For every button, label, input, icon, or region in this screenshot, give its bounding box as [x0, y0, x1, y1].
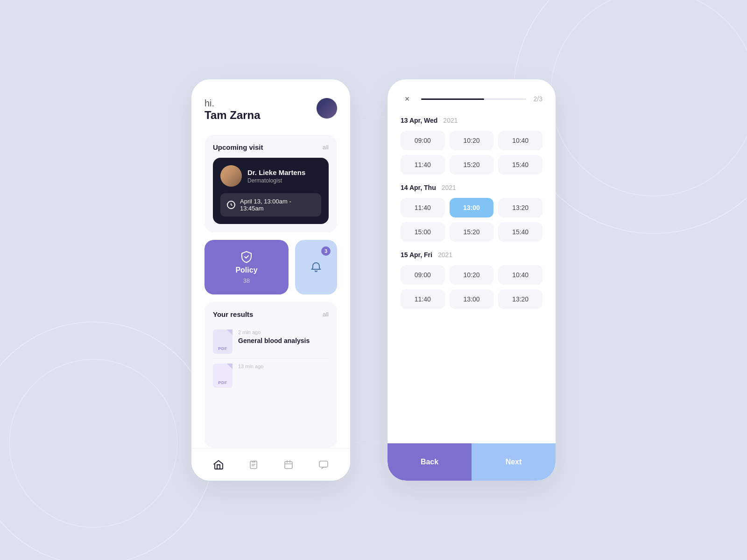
- results-title: Your results: [213, 310, 253, 318]
- result-time-2: 13 min ago: [238, 364, 329, 369]
- doctor-details: Dr. Lieke Martens Dermatologist: [247, 168, 305, 184]
- shield-icon: [240, 250, 253, 263]
- page-indicator: 2/3: [534, 95, 543, 103]
- date-section-1: 13 Apr, Wed 2021 09:00 10:20 10:40 11:40…: [401, 117, 543, 175]
- time-slot-1520-apr14[interactable]: 15:20: [450, 222, 494, 242]
- time-slot-1320-apr15[interactable]: 13:20: [498, 289, 543, 309]
- greeting: hi. Tam Zarna: [204, 98, 261, 122]
- avatar[interactable]: [317, 98, 337, 119]
- date-label-3: 15 Apr, Fri 2021: [401, 251, 543, 259]
- date-section-2: 14 Apr, Thu 2021 11:40 13:00 13:20 15:00…: [401, 184, 543, 242]
- results-section: Your results all PDF 2 min ago General b…: [204, 302, 337, 448]
- upcoming-visit-title: Upcoming visit: [213, 143, 263, 151]
- pdf-icon-1: PDF: [213, 329, 233, 354]
- topbar: × 2/3: [401, 92, 543, 105]
- home-icon: [213, 459, 224, 470]
- clock-icon: [227, 201, 235, 209]
- date-day-3: 15 Apr, Fri: [401, 251, 432, 259]
- nav-home[interactable]: [212, 458, 225, 471]
- nav-calendar[interactable]: [282, 458, 295, 471]
- bottom-nav: [191, 448, 350, 481]
- policy-label: Policy: [235, 266, 257, 274]
- buttons-row: Policy 38 3: [204, 240, 337, 294]
- action-buttons: Back Next: [388, 443, 556, 481]
- date-year-1: 2021: [443, 117, 458, 124]
- avatar-image: [317, 98, 337, 119]
- time-slot-1540-apr13[interactable]: 15:40: [498, 155, 543, 175]
- pdf-label-2: PDF: [218, 380, 227, 385]
- date-year-3: 2021: [438, 251, 452, 259]
- svg-rect-10: [285, 462, 292, 469]
- time-slot-1040-apr15[interactable]: 10:40: [498, 265, 543, 285]
- time-slot-1020-apr15[interactable]: 10:20: [450, 265, 494, 285]
- progress-bar: [421, 98, 526, 100]
- result-info-1: 2 min ago General blood analysis: [238, 329, 329, 345]
- bell-icon: [309, 260, 323, 274]
- greeting-name: Tam Zarna: [204, 109, 261, 122]
- back-button[interactable]: Back: [388, 443, 472, 481]
- pdf-label-1: PDF: [218, 346, 227, 351]
- clipboard-icon: [248, 460, 259, 470]
- pdf-shape-2: PDF: [213, 364, 233, 388]
- appointment-time: April 13, 13:00am - 13:45am: [220, 193, 321, 217]
- time-slot-1040-apr13[interactable]: 10:40: [498, 131, 543, 150]
- results-all[interactable]: all: [323, 311, 329, 318]
- pdf-icon-2: PDF: [213, 364, 233, 388]
- notification-badge: 3: [321, 246, 331, 256]
- next-button[interactable]: Next: [472, 443, 556, 481]
- notification-button[interactable]: 3: [295, 240, 337, 294]
- right-phone: × 2/3 13 Apr, Wed 2021 09:00 10:20 10:40…: [388, 79, 556, 481]
- phones-container: hi. Tam Zarna Upcoming visit all: [191, 79, 556, 481]
- time-slot-1140-apr15[interactable]: 11:40: [401, 289, 445, 309]
- results-header: Your results all: [213, 310, 329, 318]
- pdf-shape-1: PDF: [213, 329, 233, 354]
- appointment-text: April 13, 13:00am - 13:45am: [240, 198, 315, 212]
- policy-button[interactable]: Policy 38: [204, 240, 289, 294]
- doctor-name: Dr. Lieke Martens: [247, 168, 305, 176]
- time-slot-1140-apr13[interactable]: 11:40: [401, 155, 445, 175]
- time-slot-1300-apr14-selected[interactable]: 13:00: [450, 198, 494, 217]
- policy-count: 38: [243, 277, 250, 284]
- svg-point-1: [551, 0, 747, 196]
- upcoming-visit-section: Upcoming visit all Dr. Lieke Martens Der…: [204, 135, 337, 232]
- result-item-1[interactable]: PDF 2 min ago General blood analysis: [213, 325, 329, 359]
- time-slot-0900-apr15[interactable]: 09:00: [401, 265, 445, 285]
- doctor-avatar: [220, 165, 242, 187]
- result-time-1: 2 min ago: [238, 329, 329, 335]
- date-day-2: 14 Apr, Thu: [401, 184, 436, 191]
- time-slot-1300-apr15[interactable]: 13:00: [450, 289, 494, 309]
- doctor-card[interactable]: Dr. Lieke Martens Dermatologist April 13…: [213, 158, 329, 224]
- time-slot-1500-apr14[interactable]: 15:00: [401, 222, 445, 242]
- upcoming-visit-all[interactable]: all: [323, 144, 329, 151]
- time-slot-1320-apr14[interactable]: 13:20: [498, 198, 543, 217]
- date-label-2: 14 Apr, Thu 2021: [401, 184, 543, 191]
- svg-rect-14: [319, 461, 328, 467]
- date-section-3: 15 Apr, Fri 2021 09:00 10:20 10:40 11:40…: [401, 251, 543, 309]
- result-info-2: 13 min ago: [238, 364, 329, 371]
- date-year-2: 2021: [442, 184, 456, 191]
- time-slot-1540-apr14[interactable]: 15:40: [498, 222, 543, 242]
- time-slot-1140-apr14[interactable]: 11:40: [401, 198, 445, 217]
- doctor-info: Dr. Lieke Martens Dermatologist: [220, 165, 321, 187]
- date-label-1: 13 Apr, Wed 2021: [401, 117, 543, 124]
- doctor-specialty: Dermatologist: [247, 177, 305, 184]
- greeting-hi: hi.: [204, 98, 261, 109]
- time-grid-1: 09:00 10:20 10:40 11:40 15:20 15:40: [401, 131, 543, 175]
- time-grid-3: 09:00 10:20 10:40 11:40 13:00 13:20: [401, 265, 543, 309]
- header: hi. Tam Zarna: [204, 98, 337, 122]
- progress-bar-fill: [421, 98, 484, 100]
- nav-clipboard[interactable]: [247, 458, 260, 471]
- svg-point-2: [0, 322, 215, 560]
- nav-chat[interactable]: [317, 458, 330, 471]
- calendar-icon: [283, 460, 294, 470]
- result-name-1: General blood analysis: [238, 336, 329, 345]
- result-item-2[interactable]: PDF 13 min ago: [213, 359, 329, 392]
- svg-line-6: [231, 205, 232, 205]
- doctor-avatar-image: [220, 165, 242, 187]
- time-slot-1520-apr13[interactable]: 15:20: [450, 155, 494, 175]
- time-grid-2: 11:40 13:00 13:20 15:00 15:20 15:40: [401, 198, 543, 242]
- time-slot-1020-apr13[interactable]: 10:20: [450, 131, 494, 150]
- right-phone-content: × 2/3 13 Apr, Wed 2021 09:00 10:20 10:40…: [388, 79, 556, 443]
- time-slot-0900-apr13[interactable]: 09:00: [401, 131, 445, 150]
- close-button[interactable]: ×: [401, 92, 414, 105]
